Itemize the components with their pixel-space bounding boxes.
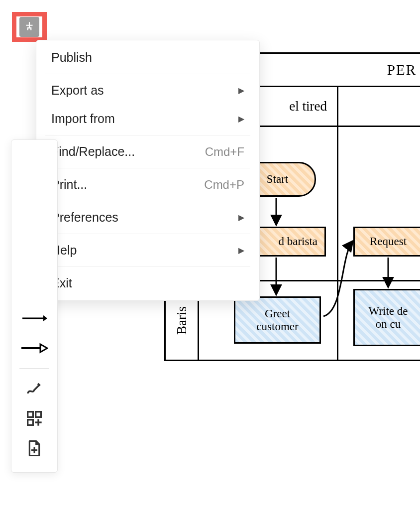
node-find-barista-text: d barista xyxy=(278,235,320,248)
pool-header-text: PER xyxy=(387,62,417,78)
toolbar-separator xyxy=(19,368,49,369)
menu-preferences[interactable]: Preferences ▶ xyxy=(36,203,259,232)
menu-publish-label: Publish xyxy=(51,50,92,65)
menu-separator xyxy=(45,135,250,135)
node-write-details-text: Write de on cu xyxy=(369,305,408,331)
menu-separator xyxy=(45,74,250,74)
tool-new-page-icon[interactable] xyxy=(19,433,49,463)
menu-separator xyxy=(45,168,250,168)
node-write-details[interactable]: Write de on cu xyxy=(353,289,420,346)
menu-export-as-label: Export as xyxy=(51,83,104,98)
tool-arrow-open-icon[interactable] xyxy=(19,333,49,363)
tool-freehand-icon[interactable] xyxy=(19,374,49,403)
menu-preferences-label: Preferences xyxy=(51,210,118,225)
menu-publish[interactable]: Publish xyxy=(36,43,259,72)
menu-exit[interactable]: Exit xyxy=(36,269,259,297)
menu-export-as[interactable]: Export as ▶ xyxy=(36,76,259,105)
chevron-right-icon: ▶ xyxy=(238,114,244,124)
app-menu: Publish Export as ▶ Import from ▶ Find/R… xyxy=(36,40,260,301)
menu-separator xyxy=(45,234,250,234)
lane-customer-header-col2 xyxy=(338,87,420,127)
menu-print-shortcut: Cmd+P xyxy=(204,178,244,192)
svg-rect-5 xyxy=(28,412,33,417)
menu-import-from[interactable]: Import from ▶ xyxy=(36,105,259,133)
tool-arrow-line-icon[interactable] xyxy=(19,303,49,333)
menu-find-replace-shortcut: Cmd+F xyxy=(205,145,244,159)
lane-customer-cell2 xyxy=(338,127,420,281)
svg-rect-6 xyxy=(36,412,41,417)
menu-separator xyxy=(45,201,250,201)
node-start-text: Start xyxy=(267,173,288,186)
tool-shapes-add-icon[interactable] xyxy=(19,403,49,433)
menu-find-replace-label: Find/Replace... xyxy=(51,144,135,159)
node-request-text: Request xyxy=(370,235,407,248)
menu-import-from-label: Import from xyxy=(51,112,115,126)
lane-customer-header-text: el tired xyxy=(289,99,327,114)
node-greet-customer[interactable]: Greet customer xyxy=(234,296,321,344)
chevron-right-icon: ▶ xyxy=(238,86,244,95)
menu-print[interactable]: Print... Cmd+P xyxy=(36,170,259,199)
chevron-right-icon: ▶ xyxy=(238,213,244,222)
menu-find-replace[interactable]: Find/Replace... Cmd+F xyxy=(36,137,259,166)
node-request[interactable]: Request xyxy=(353,227,420,257)
app-logo-button[interactable] xyxy=(12,12,47,42)
menu-separator xyxy=(45,266,250,267)
left-toolbar xyxy=(11,139,58,473)
app-logo-icon xyxy=(19,17,39,37)
menu-help[interactable]: Help ▶ xyxy=(36,236,259,264)
svg-rect-7 xyxy=(28,420,33,425)
chevron-right-icon: ▶ xyxy=(238,246,244,255)
node-greet-customer-text: Greet customer xyxy=(256,307,298,333)
